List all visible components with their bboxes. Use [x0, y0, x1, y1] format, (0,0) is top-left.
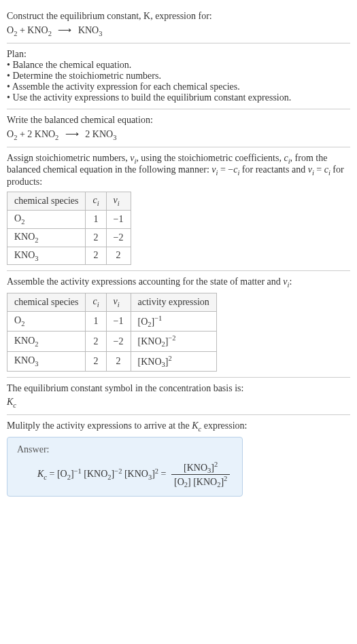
answer-label: Answer:	[17, 444, 233, 455]
multiply-section: Mulitply the activity expressions to arr…	[7, 415, 350, 502]
reaction-arrow-icon: ⟶	[58, 24, 71, 36]
plan-bullet-3: • Assemble the activity expression for e…	[7, 82, 350, 92]
plan-bullet-1: • Balance the chemical equation.	[7, 60, 350, 71]
table-row: KNO3 2 2 [KNO3]2	[7, 351, 217, 371]
col-ci: ci	[86, 192, 106, 211]
table-row: O2 1 −1	[7, 210, 131, 228]
header-section: Construct the equilibrium constant, K, e…	[7, 5, 350, 43]
stoichiometry-table: chemical species ci νi O2 1 −1 KNO2 2 −2…	[7, 192, 131, 265]
reaction-arrow-icon: ⟶	[65, 128, 79, 140]
table-header-row: chemical species ci νi activity expressi…	[7, 293, 217, 312]
col-species: chemical species	[7, 293, 86, 312]
kc-symbol-section: The equilibrium constant symbol in the c…	[7, 378, 350, 415]
col-activity: activity expression	[131, 293, 216, 312]
activity-table: chemical species ci νi activity expressi…	[7, 293, 217, 372]
plan-title: Plan:	[7, 49, 350, 60]
plan-bullet-4: • Use the activity expressions to build …	[7, 92, 350, 103]
col-ci: ci	[86, 293, 106, 312]
multiply-intro: Mulitply the activity expressions to arr…	[7, 421, 350, 433]
prompt-text: Construct the equilibrium constant, K, e…	[7, 11, 350, 22]
kc-symbol-intro: The equilibrium constant symbol in the c…	[7, 383, 350, 394]
table-row: KNO2 2 −2	[7, 228, 131, 247]
kc-symbol: Kc	[7, 397, 350, 409]
answer-box: Answer: Kc = [O2]−1 [KNO2]−2 [KNO3]2 = […	[7, 437, 243, 497]
table-row: KNO3 2 2	[7, 247, 131, 265]
answer-expression: Kc = [O2]−1 [KNO2]−2 [KNO3]2 = [KNO3]2[O…	[37, 461, 233, 489]
plan-bullet-2: • Determine the stoichiometric numbers.	[7, 71, 350, 82]
balanced-intro: Write the balanced chemical equation:	[7, 115, 350, 126]
unbalanced-equation: O2 + KNO2 ⟶ KNO3	[7, 24, 350, 37]
balanced-section: Write the balanced chemical equation: O2…	[7, 109, 350, 147]
col-species: chemical species	[7, 192, 86, 211]
numerator: [KNO3]2	[171, 461, 230, 475]
activity-section: Assemble the activity expressions accoun…	[7, 271, 350, 378]
prompt-line1: Construct the equilibrium constant, K, e…	[7, 11, 212, 21]
table-row: O2 1 −1 [O2]−1	[7, 311, 217, 331]
assign-intro: Assign stoichiometric numbers, νi, using…	[7, 153, 350, 188]
table-header-row: chemical species ci νi	[7, 192, 131, 211]
fraction: [KNO3]2[O2] [KNO2]2	[171, 461, 230, 489]
activity-intro: Assemble the activity expressions accoun…	[7, 276, 350, 289]
denominator: [O2] [KNO2]2	[171, 475, 230, 488]
table-row: KNO2 2 −2 [KNO2]−2	[7, 332, 217, 351]
assign-section: Assign stoichiometric numbers, νi, using…	[7, 147, 350, 272]
col-ni: νi	[106, 192, 131, 211]
plan-section: Plan: • Balance the chemical equation. •…	[7, 43, 350, 109]
col-ni: νi	[106, 293, 131, 312]
balanced-equation: O2 + 2 KNO2 ⟶ 2 KNO3	[7, 128, 350, 141]
